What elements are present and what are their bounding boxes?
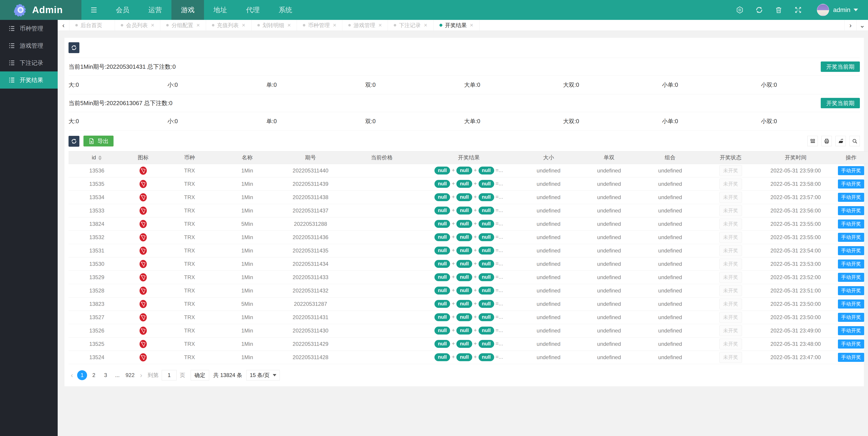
- status-badge: 未开奖: [719, 299, 742, 309]
- cell-icon: [125, 191, 161, 204]
- result-pill: null: [478, 340, 494, 348]
- manual-draw-button[interactable]: 手动开奖: [838, 166, 864, 175]
- tab-close-icon[interactable]: ×: [151, 22, 154, 29]
- sort-icon[interactable]: [98, 156, 102, 160]
- tab-close-icon[interactable]: ×: [378, 22, 382, 29]
- page-number[interactable]: ...: [113, 370, 122, 380]
- draw-current-1min-button[interactable]: 开奖当前期: [821, 62, 860, 72]
- tabs-menu-button[interactable]: ⌄: [856, 20, 868, 31]
- col-id[interactable]: id: [68, 151, 125, 164]
- manual-draw-button[interactable]: 手动开奖: [838, 300, 864, 308]
- columns-filter-icon[interactable]: [807, 136, 818, 146]
- page-number[interactable]: 3: [101, 370, 111, 380]
- manual-draw-button[interactable]: 手动开奖: [838, 353, 864, 362]
- page-tab[interactable]: 游戏管理 ×: [342, 20, 388, 31]
- result-pill: null: [456, 273, 472, 281]
- page-tab[interactable]: 开奖结果 ×: [434, 20, 479, 31]
- tab-close-icon[interactable]: ×: [287, 22, 291, 29]
- page-tab[interactable]: 币种管理 ×: [297, 20, 342, 31]
- page-tab[interactable]: 后台首页 ×: [69, 20, 115, 31]
- tabs-scroll-right-button[interactable]: ›: [844, 20, 856, 31]
- page-tab[interactable]: 划转明细 ×: [251, 20, 297, 31]
- period-1min-title: 当前1Min期号:202205301431 总下注数:0: [68, 63, 176, 71]
- goto-suffix: 页: [180, 372, 185, 379]
- result-pill: null: [456, 313, 472, 321]
- cell-result: null+null+null=...: [419, 324, 519, 337]
- manual-draw-button[interactable]: 手动开奖: [838, 193, 864, 202]
- cell-bigsmall: undefined: [519, 271, 579, 284]
- manual-draw-button[interactable]: 手动开奖: [838, 246, 864, 255]
- export-data-icon[interactable]: [835, 136, 846, 146]
- tab-close-icon[interactable]: ×: [196, 22, 200, 29]
- page-tab[interactable]: 下注记录 ×: [388, 20, 433, 31]
- nav-menu-item[interactable]: 地址: [204, 0, 237, 20]
- sidebar-item[interactable]: 币种管理: [0, 20, 58, 37]
- manual-draw-button[interactable]: 手动开奖: [838, 273, 864, 282]
- manual-draw-button[interactable]: 手动开奖: [838, 260, 864, 269]
- nav-menu-item[interactable]: 系统: [269, 0, 302, 20]
- cell-time: 2022-05-31 23:48:00: [761, 337, 831, 350]
- tabs-scroll-left-button[interactable]: ‹: [58, 20, 69, 31]
- sidebar-item[interactable]: 开奖结果: [0, 71, 58, 89]
- result-pill: null: [478, 180, 494, 188]
- manual-draw-button[interactable]: 手动开奖: [838, 179, 864, 189]
- result-pill: null: [456, 207, 472, 214]
- cell-combo: undefined: [640, 324, 701, 337]
- goto-confirm-button[interactable]: 确定: [191, 370, 209, 380]
- tab-close-icon[interactable]: ×: [424, 22, 427, 29]
- page-number[interactable]: 1: [77, 370, 87, 380]
- result-pill: null: [434, 273, 450, 281]
- page-tab[interactable]: 充值列表 ×: [206, 20, 251, 31]
- cell-bigsmall: undefined: [519, 257, 579, 271]
- manual-draw-button[interactable]: 手动开奖: [838, 206, 864, 215]
- manual-draw-button[interactable]: 手动开奖: [838, 286, 864, 295]
- cell-price: [344, 284, 419, 297]
- refresh-button[interactable]: [68, 42, 80, 53]
- cell-name: 1Min: [218, 310, 277, 324]
- sidebar-item[interactable]: 游戏管理: [0, 37, 58, 54]
- nav-menu-item[interactable]: 游戏: [172, 0, 204, 20]
- cell-status: 未开奖: [701, 177, 761, 191]
- cell-bigsmall: undefined: [519, 324, 579, 337]
- refresh-icon[interactable]: [749, 6, 769, 14]
- manual-draw-button[interactable]: 手动开奖: [838, 313, 864, 322]
- cell-combo: undefined: [640, 310, 701, 324]
- page-number[interactable]: 922: [124, 370, 136, 380]
- table-refresh-button[interactable]: [68, 136, 80, 147]
- page-number[interactable]: 2: [89, 370, 99, 380]
- page-size-select[interactable]: 15 条/页: [246, 370, 280, 380]
- username[interactable]: admin: [833, 6, 850, 13]
- tab-close-icon[interactable]: ×: [333, 22, 336, 29]
- cell-name: 1Min: [218, 324, 277, 337]
- user-avatar[interactable]: [817, 4, 829, 16]
- goto-page-input[interactable]: [162, 370, 177, 380]
- cell-bigsmall: undefined: [519, 191, 579, 204]
- clear-cache-trash-icon[interactable]: [769, 6, 788, 14]
- page-tab[interactable]: 会员列表 ×: [115, 20, 160, 31]
- sidebar-collapse-button[interactable]: [82, 0, 106, 20]
- theme-icon[interactable]: [730, 6, 749, 14]
- nav-menu-item[interactable]: 运营: [139, 0, 172, 20]
- user-menu-caret-icon[interactable]: [854, 9, 858, 11]
- nav-menu-item[interactable]: 代理: [237, 0, 269, 20]
- sidebar-item[interactable]: 下注记录: [0, 54, 58, 71]
- tab-close-icon[interactable]: ×: [470, 22, 473, 29]
- next-page-icon[interactable]: ›: [138, 371, 145, 379]
- fullscreen-icon[interactable]: [788, 6, 808, 14]
- page-tab[interactable]: 分组配置 ×: [160, 20, 206, 31]
- manual-draw-button[interactable]: 手动开奖: [838, 339, 864, 348]
- manual-draw-button[interactable]: 手动开奖: [838, 326, 864, 335]
- tab-close-icon[interactable]: ×: [242, 22, 245, 29]
- table-row: 13534 TRX 1Min 202205311438 null+null+nu…: [68, 191, 868, 204]
- trx-coin-icon: [139, 273, 147, 281]
- print-icon[interactable]: [822, 136, 832, 146]
- manual-draw-button[interactable]: 手动开奖: [838, 233, 864, 242]
- nav-menu-item[interactable]: 会员: [106, 0, 139, 20]
- search-icon[interactable]: [849, 136, 860, 146]
- draw-current-5min-button[interactable]: 开奖当前期: [821, 98, 860, 108]
- export-button[interactable]: 导出: [84, 136, 114, 146]
- prev-page-icon[interactable]: ‹: [68, 371, 75, 379]
- cell-oddeven: undefined: [579, 310, 640, 324]
- cell-oddeven: undefined: [579, 350, 640, 364]
- manual-draw-button[interactable]: 手动开奖: [838, 220, 864, 229]
